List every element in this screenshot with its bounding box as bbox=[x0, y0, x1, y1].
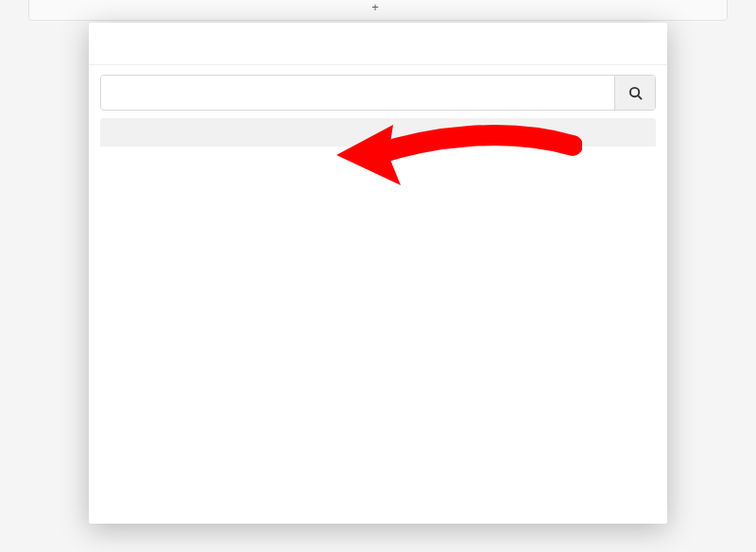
search-icon bbox=[628, 86, 643, 100]
category-list bbox=[89, 147, 667, 524]
search-input[interactable] bbox=[101, 76, 614, 110]
svg-line-1 bbox=[638, 95, 642, 99]
filter-tabs bbox=[100, 118, 656, 147]
add-food-bar[interactable]: + bbox=[28, 0, 728, 21]
modal-header bbox=[89, 23, 667, 65]
find-activity-modal bbox=[89, 23, 667, 524]
plus-icon: + bbox=[371, 0, 379, 14]
search-bar bbox=[100, 75, 656, 111]
search-button[interactable] bbox=[614, 76, 655, 110]
svg-point-0 bbox=[629, 87, 638, 95]
